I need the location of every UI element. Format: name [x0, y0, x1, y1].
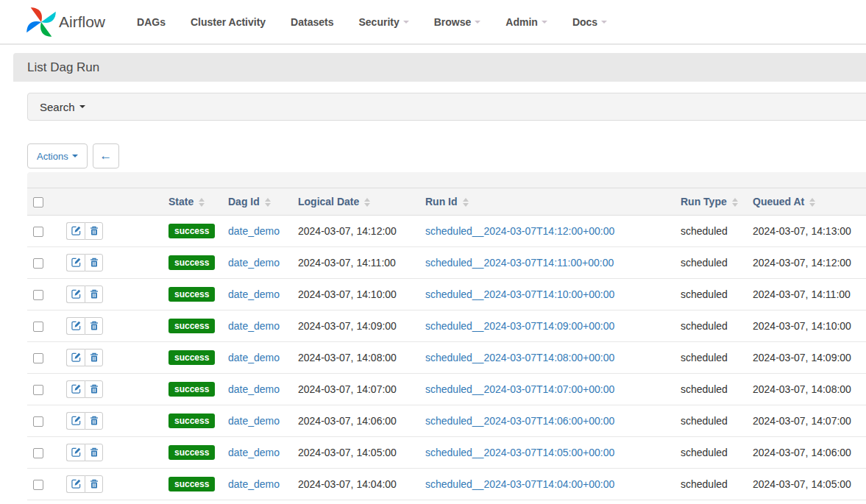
run-type-cell: scheduled: [675, 341, 747, 373]
dag-id-link[interactable]: date_demo: [228, 478, 280, 490]
dag-id-link[interactable]: date_demo: [228, 288, 280, 300]
run-id-link[interactable]: scheduled__2024-03-07T14:07:00+00:00: [425, 383, 614, 395]
edit-button[interactable]: [66, 444, 85, 461]
delete-button[interactable]: [85, 285, 103, 303]
column-header-run-id[interactable]: Run Id: [419, 188, 675, 215]
back-button[interactable]: ←: [93, 143, 119, 168]
edit-pencil-icon: [71, 416, 81, 425]
delete-button[interactable]: [85, 254, 103, 271]
row-checkbox[interactable]: [33, 448, 43, 458]
search-toggle[interactable]: Search: [27, 93, 866, 121]
select-all-checkbox[interactable]: [33, 197, 43, 207]
nav-item-cluster-activity[interactable]: Cluster Activity: [178, 9, 278, 35]
top-navbar: Airflow DAGs Cluster Activity Datasets S…: [0, 0, 866, 45]
nav-item-dags[interactable]: DAGs: [124, 9, 178, 35]
edit-button[interactable]: [66, 317, 85, 335]
nav-item-browse[interactable]: Browse: [422, 9, 494, 35]
status-badge: success: [168, 445, 215, 460]
edit-pencil-icon: [71, 258, 81, 267]
dag-id-link[interactable]: date_demo: [228, 225, 280, 237]
search-label: Search: [40, 101, 75, 113]
column-header-queued-at[interactable]: Queued At: [747, 188, 866, 215]
row-checkbox[interactable]: [33, 353, 43, 363]
actions-dropdown-button[interactable]: Actions: [27, 143, 88, 168]
main-menu: DAGs Cluster Activity Datasets Security …: [124, 9, 620, 35]
table-row: success date_demo 2024-03-07, 14:06:00 s…: [27, 405, 866, 436]
row-checkbox[interactable]: [33, 290, 43, 300]
edit-button[interactable]: [66, 475, 85, 493]
delete-button[interactable]: [85, 444, 103, 461]
row-checkbox[interactable]: [33, 258, 43, 269]
edit-pencil-icon: [71, 321, 81, 330]
run-id-link[interactable]: scheduled__2024-03-07T14:06:00+00:00: [425, 415, 614, 427]
edit-pencil-icon: [71, 479, 81, 489]
queued-at-cell: 2024-03-07, 14:12:00: [747, 246, 866, 278]
table-row: success date_demo 2024-03-07, 14:04:00 s…: [27, 468, 866, 500]
nav-item-security[interactable]: Security: [346, 9, 421, 35]
table-row: success date_demo 2024-03-07, 14:08:00 s…: [27, 341, 866, 373]
run-id-link[interactable]: scheduled__2024-03-07T14:11:00+00:00: [425, 257, 614, 269]
table-row: success date_demo 2024-03-07, 14:10:00 s…: [27, 278, 866, 310]
delete-button[interactable]: [85, 475, 103, 493]
row-checkbox[interactable]: [33, 480, 43, 490]
row-checkbox[interactable]: [33, 227, 43, 237]
table-row: success date_demo 2024-03-07, 14:07:00 s…: [27, 373, 866, 405]
run-id-link[interactable]: scheduled__2024-03-07T14:09:00+00:00: [425, 320, 614, 332]
run-id-link[interactable]: scheduled__2024-03-07T14:12:00+00:00: [425, 225, 614, 237]
dag-id-link[interactable]: date_demo: [228, 320, 280, 332]
row-checkbox[interactable]: [33, 416, 43, 427]
run-id-link[interactable]: scheduled__2024-03-07T14:04:00+00:00: [425, 478, 614, 490]
nav-item-datasets[interactable]: Datasets: [278, 9, 346, 35]
run-type-cell: scheduled: [675, 373, 747, 405]
sort-icon: [364, 198, 370, 207]
edit-button[interactable]: [66, 349, 85, 366]
brand-label: Airflow: [59, 13, 105, 31]
dag-id-link[interactable]: date_demo: [228, 352, 280, 363]
column-header-logical-date[interactable]: Logical Date: [292, 188, 419, 215]
dagrun-table-body: success date_demo 2024-03-07, 14:12:00 s…: [27, 215, 866, 504]
airflow-pinwheel-icon: [25, 6, 57, 38]
nav-item-admin[interactable]: Admin: [493, 9, 560, 35]
queued-at-cell: 2024-03-07, 14:11:00: [747, 278, 866, 310]
dag-id-link[interactable]: date_demo: [228, 257, 280, 269]
column-header-run-type[interactable]: Run Type: [675, 188, 747, 215]
table-header-row: State Dag Id Logical Date Run Id Run Typ…: [27, 188, 866, 215]
status-badge: success: [168, 255, 215, 270]
queued-at-cell: 2024-03-07, 14:10:00: [747, 310, 866, 341]
run-id-link[interactable]: scheduled__2024-03-07T14:08:00+00:00: [425, 352, 614, 363]
run-id-link[interactable]: scheduled__2024-03-07T14:10:00+00:00: [425, 288, 614, 300]
dag-id-link[interactable]: date_demo: [228, 447, 280, 458]
edit-button[interactable]: [66, 222, 85, 240]
sort-icon: [265, 198, 271, 207]
airflow-brand[interactable]: Airflow: [25, 6, 105, 38]
delete-button[interactable]: [85, 349, 103, 366]
delete-button[interactable]: [85, 222, 103, 240]
run-type-cell: scheduled: [675, 278, 747, 310]
delete-button[interactable]: [85, 317, 103, 335]
trash-icon: [90, 258, 99, 267]
table-row: success date_demo 2024-03-07, 14:12:00 s…: [27, 215, 866, 246]
logical-date-cell: 2024-03-07, 14:03:00: [292, 500, 419, 504]
sort-icon: [199, 198, 205, 207]
edit-button[interactable]: [66, 380, 85, 398]
delete-button[interactable]: [85, 380, 103, 398]
edit-button[interactable]: [66, 254, 85, 271]
row-checkbox[interactable]: [33, 385, 43, 395]
trash-icon: [90, 384, 99, 394]
table-row: success date_demo 2024-03-07, 14:05:00 s…: [27, 436, 866, 468]
row-checkbox[interactable]: [33, 322, 43, 332]
logical-date-cell: 2024-03-07, 14:06:00: [292, 405, 419, 436]
edit-button[interactable]: [66, 285, 85, 303]
edit-button[interactable]: [66, 412, 85, 430]
chevron-down-icon: [542, 21, 547, 24]
dag-id-link[interactable]: date_demo: [228, 415, 280, 427]
delete-button[interactable]: [85, 412, 103, 430]
page-title: List Dag Run: [13, 53, 866, 82]
nav-item-docs[interactable]: Docs: [560, 9, 620, 35]
dag-id-link[interactable]: date_demo: [228, 383, 280, 395]
logical-date-cell: 2024-03-07, 14:08:00: [292, 341, 419, 373]
column-header-dag-id[interactable]: Dag Id: [222, 188, 292, 215]
column-header-state[interactable]: State: [163, 188, 222, 215]
trash-icon: [90, 289, 99, 299]
run-id-link[interactable]: scheduled__2024-03-07T14:05:00+00:00: [425, 447, 614, 458]
